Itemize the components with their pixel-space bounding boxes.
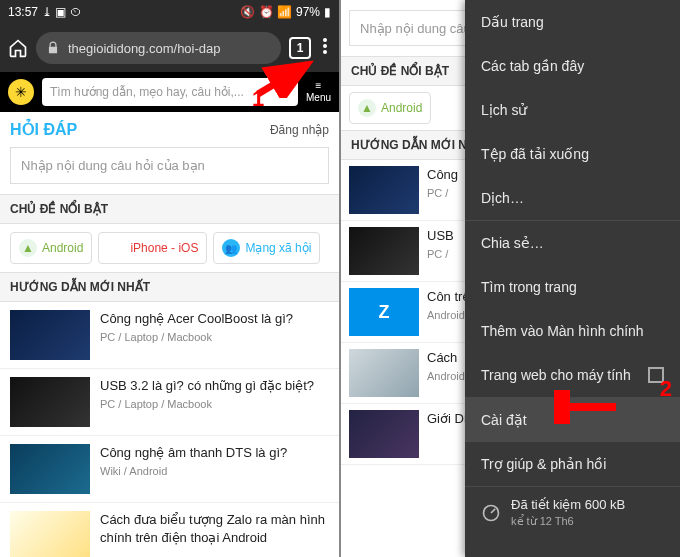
status-bar: 13:57 ⤓ ▣ ⏲ 🔇 ⏰ 📶 97% ▮ [0, 0, 339, 24]
home-icon[interactable] [8, 38, 28, 58]
menu-share[interactable]: Chia sẻ… [465, 221, 680, 265]
chip-android[interactable]: ▲Android [10, 232, 92, 264]
status-time: 13:57 [8, 5, 38, 19]
page-header: HỎI ĐÁP Đăng nhập [0, 112, 339, 143]
section-topics-header: CHỦ ĐỀ NỔI BẬT [0, 194, 339, 224]
topic-chips: ▲Android iPhone - iOS 👥Mạng xã hội [0, 224, 339, 272]
menu-help-feedback[interactable]: Trợ giúp & phản hồi [465, 442, 680, 486]
article-thumb [10, 310, 90, 360]
site-logo[interactable]: ✳ [8, 79, 34, 105]
chrome-overflow-menu: Dấu trang Các tab gần đây Lịch sử Tệp đã… [465, 0, 680, 557]
lock-icon [46, 41, 60, 55]
gauge-icon [481, 503, 501, 523]
battery-icon: ▮ [324, 5, 331, 19]
menu-translate[interactable]: Dịch… [465, 176, 680, 220]
menu-add-homescreen[interactable]: Thêm vào Màn hình chính [465, 309, 680, 353]
article-item[interactable]: USB 3.2 là gì? có những gì đặc biệt?PC /… [0, 369, 339, 436]
chip-social[interactable]: 👥Mạng xã hội [213, 232, 320, 264]
chip-android-r[interactable]: ▲Android [349, 92, 431, 124]
page-title: HỎI ĐÁP [10, 120, 77, 139]
menu-downloads[interactable]: Tệp đã tải xuống [465, 132, 680, 176]
article-item[interactable]: Công nghệ âm thanh DTS là gì?Wiki / Andr… [0, 436, 339, 503]
url-text: thegioididong.com/hoi-dap [68, 41, 221, 56]
menu-data-saver[interactable]: Đã tiết kiệm 600 kB kể từ 12 Th6 [465, 487, 680, 538]
phone-left: 13:57 ⤓ ▣ ⏲ 🔇 ⏰ 📶 97% ▮ thegioididong.co… [0, 0, 339, 557]
login-link[interactable]: Đăng nhập [270, 123, 329, 137]
article-item[interactable]: Cách đưa biểu tượng Zalo ra màn hình chí… [0, 503, 339, 557]
chip-iphone[interactable]: iPhone - iOS [98, 232, 207, 264]
menu-desktop-site[interactable]: Trang web cho máy tính [465, 353, 680, 397]
svg-point-0 [323, 38, 327, 42]
svg-point-1 [323, 44, 327, 48]
svg-point-2 [323, 50, 327, 54]
article-item[interactable]: Công nghệ Acer CoolBoost là gì?PC / Lapt… [0, 302, 339, 369]
ask-question-input[interactable]: Nhập nội dung câu hỏi của bạn [10, 147, 329, 184]
article-thumb [10, 444, 90, 494]
article-thumb [10, 511, 90, 557]
menu-find-in-page[interactable]: Tìm trong trang [465, 265, 680, 309]
browser-toolbar: thegioididong.com/hoi-dap 1 [0, 24, 339, 72]
phone-right: Nhập nội dung câu CHỦ ĐỀ NỔI BẬT ▲Androi… [341, 0, 680, 557]
url-bar[interactable]: thegioididong.com/hoi-dap [36, 32, 281, 64]
tab-switcher[interactable]: 1 [289, 37, 311, 59]
menu-settings[interactable]: Cài đặt [465, 398, 680, 442]
menu-recent-tabs[interactable]: Các tab gần đây [465, 44, 680, 88]
article-thumb [10, 377, 90, 427]
mute-icon: 🔇 ⏰ 📶 [240, 5, 292, 19]
notif-icon: ⤓ ▣ ⏲ [42, 5, 82, 19]
callout-1: 1 [252, 86, 264, 112]
menu-bookmarks[interactable]: Dấu trang [465, 0, 680, 44]
battery-text: 97% [296, 5, 320, 19]
hamburger-menu[interactable]: ≡Menu [306, 80, 331, 104]
section-latest-header: HƯỚNG DẪN MỚI NHẤT [0, 272, 339, 302]
more-menu-button[interactable] [319, 34, 331, 62]
callout-2: 2 [660, 376, 672, 402]
site-header: ✳ Tìm hướng dẫn, mẹo hay, câu hỏi,... ≡M… [0, 72, 339, 112]
menu-history[interactable]: Lịch sử [465, 88, 680, 132]
